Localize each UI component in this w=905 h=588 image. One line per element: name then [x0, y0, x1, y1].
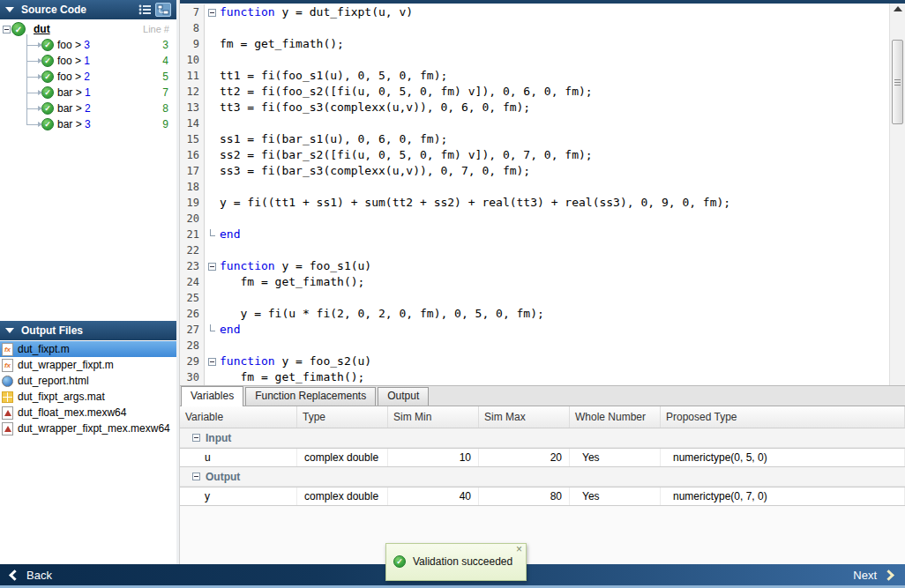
source-code-panel-title: Source Code [21, 4, 86, 16]
line-number-gutter: 24 [180, 274, 205, 290]
tab-output[interactable]: Output [378, 387, 429, 406]
tab-variables[interactable]: Variables [181, 386, 243, 406]
column-header-whole-number[interactable]: Whole Number [570, 406, 661, 428]
source-code-tree: ✓ dut Line # ✓foo > 33✓foo > 14✓foo > 25… [0, 21, 176, 132]
fold-column [205, 211, 220, 227]
cell-whole-number: Yes [570, 488, 661, 505]
scrollbar-thumb[interactable] [892, 40, 903, 124]
tree-connector-arrow-icon [26, 124, 41, 125]
output-file-item[interactable]: dut_float_mex.mexw64 [0, 405, 176, 421]
group-collapse-icon[interactable] [192, 434, 200, 442]
source-tree-item[interactable]: ✓bar > 17 [0, 85, 176, 100]
keyword: function [220, 354, 275, 368]
tab-function-replacements[interactable]: Function Replacements [245, 387, 376, 406]
mex-file-icon [2, 422, 13, 435]
instance-index: 2 [84, 71, 90, 83]
root-function-link[interactable]: dut [34, 23, 50, 35]
source-tree-item[interactable]: ✓foo > 14 [0, 53, 176, 69]
tree-collapse-icon[interactable] [3, 26, 11, 33]
instance-index: 3 [85, 118, 91, 130]
column-header-proposed-type[interactable]: Proposed Type [661, 406, 905, 428]
code-text: function y = dut_fixpt(u, v) [220, 4, 413, 20]
line-number-gutter: 14 [180, 115, 205, 131]
code-line: 13tt3 = fi(foo_s3(complexx(u,v)), 0, 6, … [180, 100, 889, 115]
source-tree-item[interactable]: ✓foo > 25 [0, 69, 176, 85]
fold-collapse-icon[interactable] [208, 358, 216, 366]
source-tree-item[interactable]: ✓foo > 33 [0, 37, 176, 53]
tree-line-number: 5 [162, 71, 176, 83]
tree-view-icon[interactable] [155, 3, 171, 17]
cell-type: complex double [297, 488, 388, 505]
code-line: 28 [180, 338, 889, 354]
fold-collapse-icon[interactable] [208, 9, 216, 17]
output-file-item[interactable]: dut_wrapper_fixpt_mex.mexw64 [0, 421, 176, 436]
list-view-icon[interactable] [138, 4, 152, 15]
back-button[interactable]: Back [11, 564, 52, 585]
output-file-item[interactable]: fxdut_wrapper_fixpt.m [0, 357, 176, 373]
code-text: end [220, 227, 240, 242]
scroll-up-arrow-icon[interactable] [894, 6, 902, 11]
line-number-gutter: 27 [180, 322, 205, 338]
code-text: ss2 = fi(bar_s2([fi(u, 0, 5, 0, fm) v]),… [220, 147, 593, 163]
source-tree-item[interactable]: ✓bar > 39 [0, 116, 176, 132]
fold-column [205, 52, 220, 68]
group-row-output[interactable]: Output [180, 467, 905, 487]
output-file-name: dut_fixpt.m [18, 343, 70, 355]
tree-line-number: 7 [162, 86, 176, 99]
output-file-item[interactable]: dut_report.html [0, 373, 176, 389]
collapse-triangle-icon[interactable] [5, 7, 14, 12]
fold-column [205, 354, 220, 369]
matlab-file-icon: fx [2, 359, 13, 372]
cell-proposed-type: numerictype(0, 5, 0) [661, 449, 905, 466]
cell-sim-max: 20 [479, 449, 570, 466]
source-tree-item-label: foo > 3 [57, 39, 90, 51]
success-check-icon: ✓ [393, 555, 406, 568]
code-line: 12tt2 = fi(foo_s2([fi(u, 0, 5, 0, fm) v]… [180, 84, 889, 100]
chevron-left-icon [9, 569, 20, 581]
fold-column [205, 322, 220, 338]
keyword: function [220, 5, 275, 19]
code-line: 9fm = get_fimath(); [180, 36, 889, 52]
line-number-gutter: 12 [180, 84, 205, 100]
cell-variable: y [180, 488, 297, 505]
editor-scrollbar[interactable] [889, 4, 905, 385]
output-files-panel-title: Output Files [21, 324, 83, 337]
code-text: ss3 = fi(bar_s3(complexx(u,v)), 0, 7, 0,… [220, 163, 530, 179]
cell-whole-number: Yes [570, 449, 661, 466]
column-header-sim-min[interactable]: Sim Min [388, 406, 479, 428]
toast-close-icon[interactable]: × [516, 543, 522, 555]
fold-column [205, 100, 220, 115]
code-text: end [220, 322, 240, 338]
variable-row-y[interactable]: ycomplex double4080Yesnumerictype(0, 7, … [180, 487, 905, 506]
fold-column [205, 36, 220, 52]
column-header-type[interactable]: Type [297, 406, 388, 428]
line-number-gutter: 23 [180, 258, 205, 274]
fold-collapse-icon[interactable] [208, 263, 216, 271]
fold-column [205, 20, 220, 36]
next-button[interactable]: Next [853, 564, 893, 585]
group-label: Input [206, 432, 231, 444]
fixed-point-converter-window: Source Code [0, 0, 905, 588]
code-line: 7function y = dut_fixpt(u, v) [180, 4, 889, 20]
output-file-item[interactable]: dut_fixpt_args.mat [0, 389, 176, 405]
fold-column [205, 163, 220, 179]
column-header-sim-max[interactable]: Sim Max [479, 406, 570, 428]
variable-row-u[interactable]: ucomplex double1020Yesnumerictype(0, 5, … [180, 448, 905, 467]
check-icon: ✓ [41, 71, 54, 83]
source-tree-item-label: foo > 2 [57, 71, 90, 83]
code-editor: 7function y = dut_fixpt(u, v)89fm = get_… [180, 4, 889, 385]
group-collapse-icon[interactable] [192, 473, 200, 480]
group-row-input[interactable]: Input [180, 428, 905, 448]
source-tree-item[interactable]: ✓bar > 28 [0, 100, 176, 116]
output-file-item[interactable]: fxdut_fixpt.m [0, 341, 176, 357]
keyword: end [220, 227, 240, 241]
code-text: fm = get_fimath(); [220, 369, 364, 385]
collapse-triangle-icon[interactable] [5, 328, 14, 333]
line-number-gutter: 22 [180, 242, 205, 258]
code-text: tt3 = fi(foo_s3(complexx(u,v)), 0, 6, 0,… [220, 100, 530, 115]
back-button-label: Back [26, 569, 52, 582]
code-line: 18 [180, 179, 889, 195]
column-header-variable[interactable]: Variable [180, 406, 297, 428]
fold-end-icon [210, 229, 215, 236]
code-text: y = fi(u * fi(2, 0, 2, 0, fm), 0, 5, 0, … [220, 306, 544, 322]
